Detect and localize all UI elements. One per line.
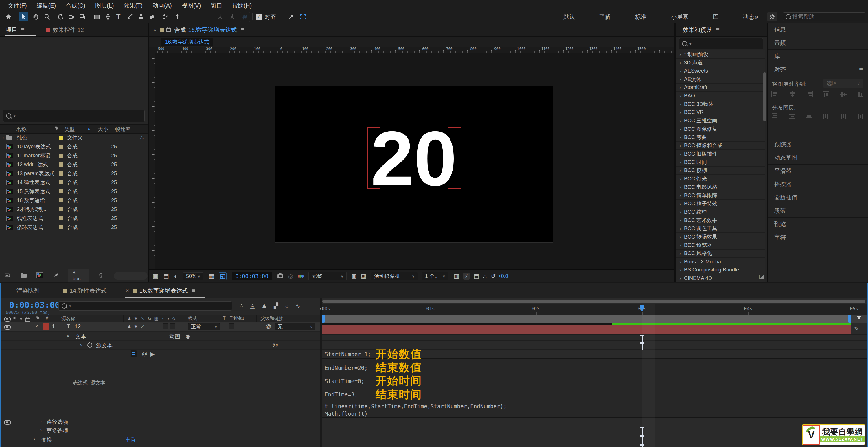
multi-view-icon[interactable]: ▣ xyxy=(153,273,158,280)
rotate-tool-icon[interactable] xyxy=(56,12,65,22)
project-item-name[interactable]: 纯色 xyxy=(17,134,55,141)
label-color-swatch[interactable] xyxy=(59,181,63,185)
layer-eye-icon[interactable] xyxy=(4,325,11,331)
effects-category-row[interactable]: › BCC 粒子特效 xyxy=(677,199,765,208)
expand-chevron-icon[interactable]: › xyxy=(677,68,684,73)
effects-category-row[interactable]: › BCC 旧版插件 xyxy=(677,150,765,158)
screen-icon[interactable]: ▤ xyxy=(163,273,169,280)
expand-chevron-icon[interactable]: › xyxy=(677,243,684,248)
timeline-search-box[interactable]: ▾ xyxy=(58,301,232,311)
label-color-swatch[interactable] xyxy=(59,207,63,211)
dock-panel-tab[interactable]: 动态草图 xyxy=(769,151,868,164)
effects-category-row[interactable]: › BCC 简单跟踪 xyxy=(677,191,765,200)
project-item-name[interactable]: 10.layer表达式 xyxy=(17,143,55,150)
expand-chevron-icon[interactable]: › xyxy=(677,76,684,82)
project-item-row[interactable]: 循环表达式 合成 25 xyxy=(0,223,148,232)
dock-panel-tab[interactable]: 库 xyxy=(769,50,868,63)
dock-panel-tab[interactable]: 平滑器 xyxy=(769,164,868,178)
comp-breadcrumb[interactable]: 16.数字递增表达式 xyxy=(161,38,213,46)
project-item-row[interactable]: 15.反弹表达式 合成 25 xyxy=(0,187,148,196)
frame-blend-icon[interactable]: ▞ xyxy=(274,302,278,309)
more-options-row[interactable]: › 更多选项 xyxy=(1,426,320,435)
effects-category-row[interactable]: › CINEMA 4D xyxy=(677,275,765,282)
text-group-row[interactable]: ∨ 文本 动画: ◉ xyxy=(1,331,320,341)
eraser-tool-icon[interactable] xyxy=(147,12,157,22)
expand-chevron-icon[interactable]: › xyxy=(677,60,684,65)
project-item-row[interactable]: 12.widt...达式 合成 25 xyxy=(0,160,148,169)
collapse-icon[interactable]: ✱ xyxy=(134,316,138,321)
menu-item[interactable]: 文件(F) xyxy=(3,2,32,9)
dock-panel-tab[interactable]: 预览 xyxy=(769,218,868,231)
expand-chevron-icon[interactable]: › xyxy=(677,201,684,206)
composition-canvas[interactable]: 20 xyxy=(275,86,553,242)
menu-item[interactable]: 编辑(E) xyxy=(32,2,61,9)
project-item-name[interactable]: 线性表达式 xyxy=(17,215,55,222)
fast-preview-icon[interactable]: ⚡︎ xyxy=(463,273,470,280)
expression-code-tail[interactable]: t=linear(time,StartTime,EndTime,StartNum… xyxy=(324,403,507,417)
layer-color-swatch[interactable] xyxy=(43,323,49,330)
ruler-corner[interactable] xyxy=(149,47,155,53)
layer-switches[interactable]: ♟✱／ xyxy=(127,323,145,329)
switch-box[interactable] xyxy=(169,323,175,329)
workspace-tab[interactable]: 标准 xyxy=(623,13,659,21)
menu-item[interactable]: 效果(T) xyxy=(119,2,148,9)
mode-column[interactable]: 模式 xyxy=(188,316,197,322)
zoom-level-select[interactable]: 50%∨ xyxy=(183,273,204,280)
effects-category-row[interactable]: › * 动画预设 xyxy=(677,50,765,59)
puppet-pin-tool-icon[interactable] xyxy=(173,12,182,22)
effects-category-row[interactable]: › BCC 3D物体 xyxy=(677,100,765,108)
align-to-select[interactable]: 选区∨ xyxy=(824,78,863,88)
layer-duration-bar[interactable] xyxy=(322,325,851,334)
expand-chevron-icon[interactable]: › xyxy=(677,85,684,90)
pan-behind-tool-icon[interactable] xyxy=(78,12,87,22)
preview-time-display[interactable]: 0:00:03:00 xyxy=(232,272,272,280)
tab-project[interactable]: 项目 ≡ xyxy=(6,26,25,34)
project-item-name[interactable]: 13.param表达式 xyxy=(17,170,55,177)
pen-tool-icon[interactable] xyxy=(103,12,113,22)
view-layout-select[interactable]: 1 个..∨ xyxy=(422,272,448,281)
transform-row[interactable]: › 变换 重置 xyxy=(1,435,320,444)
expression-pickwhip-icon[interactable]: @ xyxy=(142,351,147,357)
lock-icon[interactable] xyxy=(166,28,171,32)
menu-item[interactable]: 动画(A) xyxy=(148,2,177,9)
expand-chevron-icon[interactable]: › xyxy=(677,259,684,264)
effects-category-row[interactable]: › BCC 调色工具 xyxy=(677,224,765,233)
text-layer-number[interactable]: 20 xyxy=(368,127,460,190)
dock-panel-tab[interactable]: 蒙版插值 xyxy=(769,191,868,204)
ibeam-marker[interactable] xyxy=(640,342,644,350)
t-column[interactable]: T xyxy=(223,316,226,321)
expand-chevron-icon[interactable]: › xyxy=(40,427,42,432)
source-name-column[interactable]: 源名称 xyxy=(61,316,75,322)
distribute-center-v-icon[interactable] xyxy=(789,113,796,119)
audio-icon[interactable] xyxy=(13,316,18,321)
workspace-tab[interactable]: 动态 xyxy=(731,13,767,21)
layer-expand-chevron-icon[interactable]: ∨ xyxy=(35,323,38,328)
region-of-interest-icon[interactable]: ◱ xyxy=(219,273,226,280)
viewer-pasteboard[interactable]: 20 xyxy=(155,53,674,269)
distribute-center-h-icon[interactable] xyxy=(840,113,848,119)
project-item-name[interactable]: 16.数字递增... xyxy=(17,197,55,204)
panel-menu-icon[interactable]: ≡ xyxy=(241,26,245,34)
mask-visibility-icon[interactable]: ◐ xyxy=(174,273,178,280)
expand-chevron-icon[interactable]: › xyxy=(677,135,684,140)
shape-tool-icon[interactable] xyxy=(92,12,102,22)
home-icon[interactable] xyxy=(3,12,13,22)
panel-menu-icon[interactable]: ≡ xyxy=(191,287,195,294)
effects-category-row[interactable]: › BCC 模糊 xyxy=(677,166,765,175)
help-search-input[interactable] xyxy=(792,13,860,20)
effects-category-row[interactable]: › BCC 三维空间 xyxy=(677,117,765,125)
camera-select[interactable]: 活动摄像机∨ xyxy=(371,272,418,281)
expand-chevron-icon[interactable]: › xyxy=(677,127,684,132)
panel-menu-icon[interactable]: ≡ xyxy=(21,26,25,34)
expand-chevron-icon[interactable]: › xyxy=(677,118,684,123)
show-snapshot-icon[interactable]: ◎ xyxy=(288,273,293,280)
tab-effect-controls[interactable]: 效果控件 12 xyxy=(46,26,84,34)
new-folder-icon[interactable] xyxy=(21,273,27,279)
vertical-ruler[interactable] xyxy=(149,53,155,269)
label-color-swatch[interactable] xyxy=(59,216,63,220)
expression-graph-icon[interactable]: ▶ xyxy=(151,351,155,357)
effects-category-row[interactable]: › 3D 声道 xyxy=(677,59,765,67)
selection-tool-icon[interactable] xyxy=(19,12,28,22)
align-top-icon[interactable] xyxy=(823,91,831,97)
hand-tool-icon[interactable] xyxy=(31,12,41,22)
